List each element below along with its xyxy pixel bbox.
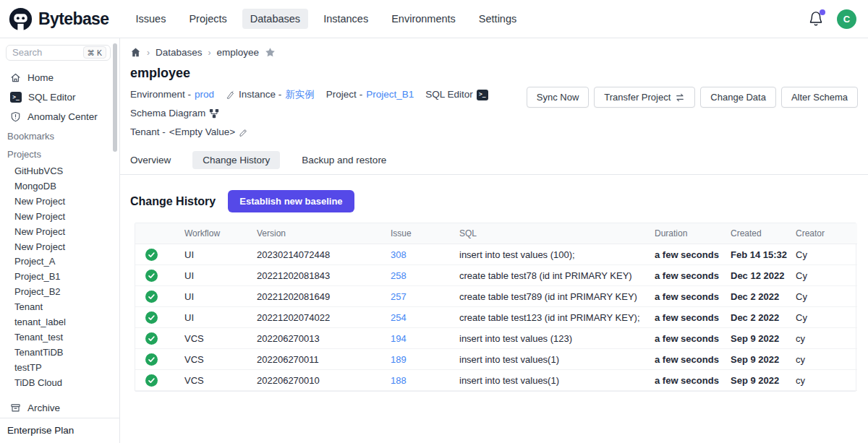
issue-link[interactable]: 258 — [391, 270, 407, 281]
sql-cell: insert into test values (100); — [454, 244, 649, 265]
search-placeholder: Search — [12, 47, 83, 58]
sidebar-project-item[interactable]: TenantTiDB — [0, 344, 119, 359]
breadcrumb-separator: › — [208, 48, 211, 58]
sidebar-project-item[interactable]: New Project — [0, 223, 119, 238]
meta-schema-diagram-link[interactable]: Schema Diagram — [130, 104, 219, 123]
table-row[interactable]: UI 20221202074022 254 create table test1… — [135, 307, 857, 328]
sidebar-item-home[interactable]: Home — [0, 68, 119, 87]
success-check-icon — [145, 374, 158, 387]
breadcrumb-current: employee — [217, 47, 260, 58]
table-row[interactable]: VCS 202206270010 188 insert into test va… — [135, 370, 857, 391]
sidebar-project-item[interactable]: Project_A — [0, 253, 119, 268]
column-header: Workflow — [179, 223, 251, 244]
tab[interactable]: Backup and restore — [302, 151, 386, 169]
created-cell: Dec 12 2022 — [725, 265, 790, 286]
sidebar-project-item[interactable]: testTP — [0, 359, 119, 374]
breadcrumb-home-icon[interactable] — [130, 47, 141, 58]
column-header: SQL — [454, 223, 649, 244]
table-row[interactable]: VCS 202206270013 194 insert into test va… — [135, 328, 857, 349]
sql-cell: create table test123 (id int PRIMARY KEY… — [454, 307, 649, 328]
sidebar-project-item[interactable]: New Project — [0, 193, 119, 208]
duration-cell: a few seconds — [649, 244, 725, 265]
success-check-icon — [145, 291, 158, 303]
change-data-button[interactable]: Change Data — [700, 87, 776, 108]
sidebar-project-item[interactable]: Project_B2 — [0, 283, 119, 298]
nav-menu-item[interactable]: Projects — [181, 9, 234, 29]
sidebar-project-item[interactable]: New Project — [0, 238, 119, 254]
issue-link[interactable]: 188 — [391, 375, 407, 386]
user-avatar[interactable]: C — [837, 9, 856, 29]
nav-menu-item[interactable]: Settings — [471, 9, 524, 29]
nav-menu-item[interactable]: Issues — [127, 9, 174, 29]
version-cell: 20221202081649 — [251, 286, 385, 307]
tab-bar: OverviewChange HistoryBackup and restore — [129, 151, 858, 169]
breadcrumb-databases-link[interactable]: Databases — [156, 47, 203, 58]
nav-menu-item[interactable]: Databases — [242, 9, 308, 29]
search-input[interactable]: Search ⌘ K — [6, 45, 111, 61]
tab-divider — [120, 174, 868, 175]
instance-link[interactable]: 新实例 — [285, 85, 315, 104]
table-row[interactable]: UI 20230214072448 308 insert into test v… — [135, 244, 857, 265]
establish-baseline-button[interactable]: Establish new baseline — [228, 190, 354, 212]
sidebar-item-archive[interactable]: Archive — [0, 398, 119, 418]
sync-now-button[interactable]: Sync Now — [527, 87, 590, 108]
workflow-cell: VCS — [179, 370, 251, 391]
column-header: Issue — [385, 223, 454, 244]
notification-bell-button[interactable] — [808, 11, 824, 27]
sidebar-project-item[interactable]: GitHubVCS — [0, 163, 119, 178]
issue-link[interactable]: 308 — [391, 249, 407, 260]
column-header — [135, 223, 179, 244]
meta-sql-editor-link[interactable]: SQL Editor >_ — [425, 85, 488, 104]
table-row[interactable]: VCS 202206270011 189 insert into test va… — [135, 349, 857, 370]
favorite-star-icon[interactable] — [265, 47, 276, 58]
issue-link[interactable]: 194 — [391, 333, 407, 344]
success-check-icon — [145, 249, 158, 261]
action-buttons: Sync Now Transfer Project Change Data Al… — [527, 87, 858, 108]
sidebar-project-item[interactable]: tenant_label — [0, 314, 119, 329]
projects-section-label: Projects — [0, 145, 119, 163]
sidebar-project-item[interactable]: MongoDB — [0, 178, 119, 193]
duration-cell: a few seconds — [649, 370, 725, 391]
sidebar-project-item[interactable]: TiDB Cloud — [0, 374, 119, 390]
bytebase-logo-icon — [9, 7, 33, 31]
project-link[interactable]: Project_B1 — [366, 85, 414, 104]
nav-menu-item[interactable]: Environments — [383, 9, 464, 29]
issue-link[interactable]: 254 — [391, 312, 407, 323]
page-title: employee — [130, 66, 858, 81]
tab[interactable]: Overview — [130, 151, 171, 169]
alter-schema-button[interactable]: Alter Schema — [781, 87, 858, 108]
sidebar-project-item[interactable]: New Project — [0, 208, 119, 223]
shield-icon — [10, 111, 21, 122]
table-row[interactable]: UI 20221202081649 257 create table test7… — [135, 286, 857, 307]
breadcrumb: › Databases › employee — [129, 47, 858, 58]
sidebar-project-item[interactable]: Tenant_test — [0, 329, 119, 344]
section-heading: Change History — [130, 195, 216, 208]
sidebar-item-anomaly-center[interactable]: Anomaly Center — [0, 107, 119, 126]
environment-link[interactable]: prod — [195, 85, 214, 104]
meta-environment: Environment - prod — [130, 85, 214, 104]
bytebase-logo[interactable]: Bytebase — [9, 7, 109, 31]
issue-link[interactable]: 257 — [391, 291, 407, 302]
edit-pencil-icon[interactable] — [239, 128, 248, 137]
breadcrumb-separator: › — [147, 48, 150, 58]
transfer-project-button[interactable]: Transfer Project — [594, 87, 695, 108]
table-row[interactable]: UI 20221202081843 258 create table test7… — [135, 265, 857, 286]
workflow-cell: UI — [179, 265, 251, 286]
sql-cell: insert into test values (123) — [454, 328, 649, 349]
sidebar-project-item[interactable]: Project_B1 — [0, 268, 119, 283]
creator-cell: cy — [790, 328, 857, 349]
duration-cell: a few seconds — [649, 307, 725, 328]
main-content: › Databases › employee employee Environm… — [120, 38, 868, 443]
top-navigation-bar: Bytebase IssuesProjectsDatabasesInstance… — [0, 0, 868, 38]
sidebar-scrollbar[interactable] — [113, 43, 117, 152]
creator-cell: Cy — [790, 265, 857, 286]
workflow-cell: UI — [179, 244, 251, 265]
issue-link[interactable]: 189 — [391, 354, 407, 365]
success-check-icon — [145, 332, 158, 345]
terminal-icon: >_ — [10, 92, 22, 103]
sidebar-item-sql-editor[interactable]: >_ SQL Editor — [0, 87, 119, 107]
nav-menu-item[interactable]: Instances — [315, 9, 376, 29]
sidebar-project-item[interactable]: Tenant — [0, 298, 119, 314]
tab[interactable]: Change History — [192, 151, 280, 169]
meta-project: Project - Project_B1 — [326, 85, 414, 104]
